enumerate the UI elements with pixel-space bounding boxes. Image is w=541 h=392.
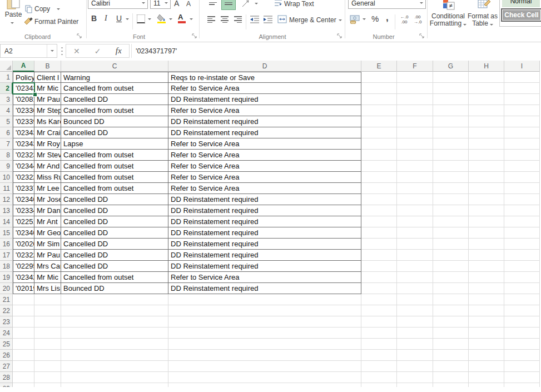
cell-C2[interactable]: Cancelled from outset bbox=[61, 83, 168, 94]
cell-B28[interactable] bbox=[34, 372, 61, 383]
cell-D15[interactable]: DD Reinstatement required bbox=[168, 227, 361, 239]
row-header-16[interactable]: 16 bbox=[0, 239, 13, 250]
cell-G20[interactable] bbox=[433, 283, 469, 294]
cell-A19[interactable]: '02342 bbox=[13, 272, 34, 283]
font-name-combo[interactable]: Calibri bbox=[88, 0, 148, 9]
cell-C23[interactable] bbox=[61, 316, 168, 328]
cell-E8[interactable] bbox=[361, 150, 397, 161]
cell-I5[interactable] bbox=[504, 116, 540, 127]
cell-A25[interactable] bbox=[13, 339, 34, 350]
cell-G13[interactable] bbox=[433, 205, 469, 216]
cell-D11[interactable]: Refer to Service Area bbox=[168, 183, 361, 194]
cell-A12[interactable]: '02340 bbox=[13, 194, 34, 205]
cell-H29[interactable] bbox=[469, 383, 504, 387]
cell-B25[interactable] bbox=[34, 339, 61, 350]
cell-G12[interactable] bbox=[433, 194, 469, 205]
row-header-19[interactable]: 19 bbox=[0, 272, 13, 283]
cell-A5[interactable]: '02339 bbox=[13, 116, 34, 127]
cell-G1[interactable] bbox=[433, 72, 469, 83]
cell-A10[interactable]: '02322 bbox=[13, 172, 34, 183]
cell-B17[interactable]: Mr Pau bbox=[34, 250, 61, 261]
cell-G5[interactable] bbox=[433, 116, 469, 127]
cell-D16[interactable]: DD Reinstatement required bbox=[168, 239, 361, 250]
cell-C28[interactable] bbox=[61, 372, 168, 383]
cell-G22[interactable] bbox=[433, 305, 469, 316]
cell-I15[interactable] bbox=[504, 227, 540, 239]
cell-I22[interactable] bbox=[504, 305, 540, 316]
row-header-15[interactable]: 15 bbox=[0, 227, 13, 239]
cell-G6[interactable] bbox=[433, 127, 469, 138]
cell-I10[interactable] bbox=[504, 172, 540, 183]
cell-G15[interactable] bbox=[433, 227, 469, 239]
cell-A1[interactable]: Policy bbox=[13, 72, 34, 83]
cell-E2[interactable] bbox=[361, 83, 397, 94]
cell-G16[interactable] bbox=[433, 239, 469, 250]
cell-C22[interactable] bbox=[61, 305, 168, 316]
cell-I13[interactable] bbox=[504, 205, 540, 216]
cell-E19[interactable] bbox=[361, 272, 397, 283]
format-as-table-button[interactable]: Format as Table bbox=[466, 13, 499, 27]
percent-style-button[interactable]: % bbox=[371, 14, 379, 23]
cell-B13[interactable]: Mr Dan bbox=[34, 205, 61, 216]
cell-C24[interactable] bbox=[61, 328, 168, 339]
cell-F20[interactable] bbox=[397, 283, 433, 294]
cell-H15[interactable] bbox=[469, 227, 504, 239]
cell-D5[interactable]: DD Reinstatement required bbox=[168, 116, 361, 127]
cell-C20[interactable]: Bounced DD bbox=[61, 283, 168, 294]
row-header-8[interactable]: 8 bbox=[0, 150, 13, 161]
cell-C15[interactable]: Cancelled DD bbox=[61, 227, 168, 239]
cell-H19[interactable] bbox=[469, 272, 504, 283]
row-header-9[interactable]: 9 bbox=[0, 161, 13, 172]
underline-button[interactable]: U bbox=[116, 14, 122, 23]
name-box-dropdown-arrow[interactable] bbox=[51, 50, 54, 52]
cell-B11[interactable]: Mr Lee bbox=[34, 183, 61, 194]
cell-E14[interactable] bbox=[361, 216, 397, 227]
cell-G18[interactable] bbox=[433, 261, 469, 272]
column-header-G[interactable]: G bbox=[433, 61, 469, 72]
cell-D12[interactable]: DD Reinstatement required bbox=[168, 194, 361, 205]
cell-H3[interactable] bbox=[469, 94, 504, 105]
cell-B14[interactable]: Mr Ant bbox=[34, 216, 61, 227]
accounting-format-icon[interactable] bbox=[349, 14, 360, 24]
cell-I20[interactable] bbox=[504, 283, 540, 294]
grow-font-button[interactable]: A bbox=[174, 0, 179, 8]
format-painter-button[interactable]: Format Painter bbox=[34, 18, 78, 26]
cell-E28[interactable] bbox=[361, 372, 397, 383]
cell-F11[interactable] bbox=[397, 183, 433, 194]
cell-C13[interactable]: Cancelled DD bbox=[61, 205, 168, 216]
cell-F8[interactable] bbox=[397, 150, 433, 161]
cell-G21[interactable] bbox=[433, 294, 469, 305]
cell-I16[interactable] bbox=[504, 239, 540, 250]
copy-button[interactable]: Copy bbox=[34, 5, 50, 13]
cell-H13[interactable] bbox=[469, 205, 504, 216]
cell-C25[interactable] bbox=[61, 339, 168, 350]
cell-F3[interactable] bbox=[397, 94, 433, 105]
cell-A24[interactable] bbox=[13, 328, 34, 339]
cell-E18[interactable] bbox=[361, 261, 397, 272]
cell-D20[interactable]: DD Reinstatement required bbox=[168, 283, 361, 294]
cell-D17[interactable]: DD Reinstatement required bbox=[168, 250, 361, 261]
cell-I7[interactable] bbox=[504, 138, 540, 150]
cell-F6[interactable] bbox=[397, 127, 433, 138]
cell-E17[interactable] bbox=[361, 250, 397, 261]
cell-E23[interactable] bbox=[361, 316, 397, 328]
cell-F7[interactable] bbox=[397, 138, 433, 150]
cell-A16[interactable]: '02020 bbox=[13, 239, 34, 250]
cell-C4[interactable]: Cancelled from outset bbox=[61, 105, 168, 116]
formula-bar-grip[interactable] bbox=[61, 46, 63, 56]
cell-G10[interactable] bbox=[433, 172, 469, 183]
cell-A11[interactable]: '02337 bbox=[13, 183, 34, 194]
row-header-14[interactable]: 14 bbox=[0, 216, 13, 227]
cell-H27[interactable] bbox=[469, 361, 504, 372]
cell-B1[interactable]: Client I bbox=[34, 72, 61, 83]
cell-D24[interactable] bbox=[168, 328, 361, 339]
cell-F18[interactable] bbox=[397, 261, 433, 272]
cell-F4[interactable] bbox=[397, 105, 433, 116]
cell-E9[interactable] bbox=[361, 161, 397, 172]
cell-I18[interactable] bbox=[504, 261, 540, 272]
wrap-text-button[interactable]: Wrap Text bbox=[284, 0, 314, 8]
cell-I26[interactable] bbox=[504, 350, 540, 361]
cell-E29[interactable] bbox=[361, 383, 397, 387]
borders-dropdown-arrow[interactable] bbox=[148, 18, 151, 20]
cell-E22[interactable] bbox=[361, 305, 397, 316]
